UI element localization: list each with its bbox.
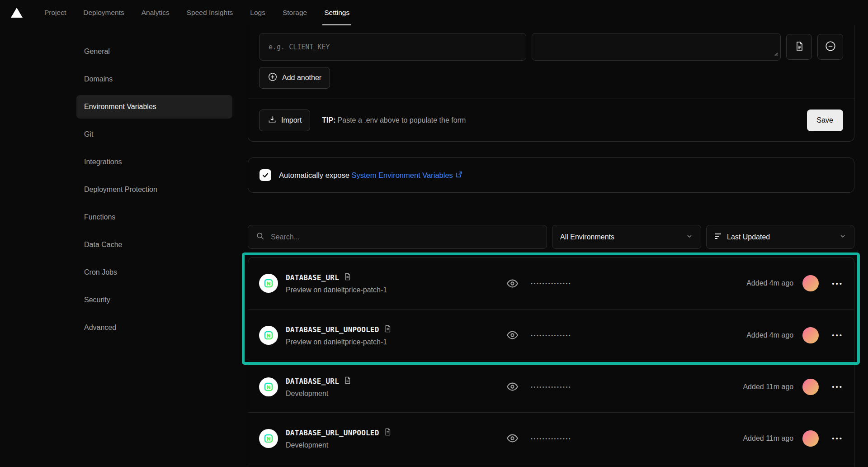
env-var-name: DATABASE_URL_UNPOOLED	[286, 325, 379, 334]
added-timestamp: Added 11m ago	[743, 383, 793, 391]
reveal-value-eye-icon[interactable]	[506, 329, 519, 342]
tip-label: TIP:	[322, 116, 335, 124]
import-download-icon	[268, 115, 277, 126]
nav-tab-logs[interactable]: Logs	[248, 0, 267, 25]
environment-filter-select[interactable]: All Environments	[552, 225, 701, 249]
user-avatar[interactable]	[802, 327, 819, 343]
masked-value: ••••••••••••••	[531, 333, 571, 338]
user-avatar[interactable]	[802, 379, 819, 395]
expose-label: Automatically expose System Environment …	[279, 171, 463, 180]
env-var-filters: All Environments Last Updated	[248, 225, 854, 249]
copy-note-icon[interactable]	[344, 376, 351, 386]
paste-env-button[interactable]	[786, 34, 812, 60]
neon-logo-icon	[259, 377, 278, 396]
env-var-name: DATABASE_URL_UNPOOLED	[286, 429, 379, 437]
sidebar-item-general[interactable]: General	[76, 40, 232, 63]
sidebar-item-environment-variables[interactable]: Environment Variables	[76, 95, 232, 119]
row-menu-button[interactable]: •••	[832, 332, 843, 338]
row-menu-button[interactable]: •••	[832, 280, 843, 287]
neon-logo-icon	[259, 326, 278, 345]
add-another-button[interactable]: Add another	[259, 67, 330, 89]
table-row[interactable]: DATABASE_URL Preview on danieltprice-pat…	[248, 257, 854, 309]
nav-tab-speed-insights[interactable]: Speed Insights	[185, 0, 235, 25]
external-link-icon	[455, 171, 463, 180]
environment-filter-value: All Environments	[560, 233, 614, 241]
copy-note-icon[interactable]	[384, 324, 392, 335]
row-text: DATABASE_URL Preview on danieltprice-pat…	[286, 272, 387, 294]
table-row[interactable]: DATABASE_URL Development ••••••••••••••	[248, 361, 854, 412]
env-key-input[interactable]	[259, 33, 526, 61]
row-menu-button[interactable]: •••	[832, 435, 843, 442]
user-avatar[interactable]	[802, 430, 819, 447]
sort-lines-icon	[714, 233, 722, 242]
neon-logo-icon	[259, 429, 278, 448]
row-menu-button[interactable]: •••	[832, 383, 843, 390]
chevron-down-icon	[686, 233, 693, 242]
minus-circle-icon	[825, 40, 836, 54]
nav-tab-deployments[interactable]: Deployments	[81, 0, 126, 25]
tip-text: TIP:Paste a .env above to populate the f…	[322, 116, 466, 124]
reveal-value-eye-icon[interactable]	[506, 432, 519, 445]
sidebar-item-cron-jobs[interactable]: Cron Jobs	[76, 261, 232, 284]
row-text: DATABASE_URL_UNPOOLED Development	[286, 428, 392, 449]
system-env-variables-link[interactable]: System Environment Variables	[352, 171, 463, 180]
sidebar-item-functions[interactable]: Functions	[76, 205, 232, 229]
settings-sidebar: General Domains Environment Variables Gi…	[0, 25, 238, 467]
nav-tab-settings[interactable]: Settings	[322, 0, 351, 25]
sidebar-item-deployment-protection[interactable]: Deployment Protection	[76, 178, 232, 201]
env-var-environment: Preview on danieltprice-patch-1	[286, 286, 387, 294]
row-text: DATABASE_URL Development	[286, 376, 351, 398]
table-row[interactable]: DATABASE_URL_UNPOOLED Preview on danielt…	[248, 309, 854, 361]
added-timestamp: Added 4m ago	[746, 331, 793, 339]
env-var-table-wrap: DATABASE_URL Preview on danieltprice-pat…	[248, 257, 854, 467]
form-footer: Import TIP:Paste a .env above to populat…	[248, 99, 854, 141]
chevron-down-icon	[839, 233, 846, 242]
search-input[interactable]	[271, 233, 539, 241]
copy-note-icon[interactable]	[384, 428, 392, 438]
sidebar-item-integrations[interactable]: Integrations	[76, 150, 232, 174]
sort-value: Last Updated	[727, 233, 770, 241]
env-var-environment: Development	[286, 441, 392, 449]
sidebar-item-data-cache[interactable]: Data Cache	[76, 233, 232, 257]
masked-value: ••••••••••••••	[531, 436, 571, 441]
added-timestamp: Added 11m ago	[743, 434, 793, 443]
import-label: Import	[281, 116, 302, 124]
table-row[interactable]: DATABASE_URL_UNPOOLED Development ••••••…	[248, 412, 854, 464]
sidebar-item-security[interactable]: Security	[76, 288, 232, 312]
reveal-value-eye-icon[interactable]	[506, 277, 519, 290]
user-avatar[interactable]	[802, 275, 819, 291]
top-nav: Project Deployments Analytics Speed Insi…	[0, 0, 868, 25]
save-button[interactable]: Save	[807, 110, 843, 131]
nav-tab-project[interactable]: Project	[42, 0, 68, 25]
document-icon	[794, 41, 805, 53]
reveal-value-eye-icon[interactable]	[506, 380, 519, 393]
masked-value: ••••••••••••••	[531, 384, 571, 390]
sidebar-item-domains[interactable]: Domains	[76, 67, 232, 91]
sidebar-item-advanced[interactable]: Advanced	[76, 316, 232, 339]
environment-variables-panel: Add another Import TIP:Paste a .env abov…	[248, 25, 854, 467]
sidebar-item-git[interactable]: Git	[76, 123, 232, 146]
neon-logo-icon	[259, 274, 278, 293]
row-text: DATABASE_URL_UNPOOLED Preview on danielt…	[286, 324, 392, 346]
plus-circle-icon	[268, 72, 278, 84]
nav-tab-storage[interactable]: Storage	[281, 0, 309, 25]
add-another-label: Add another	[282, 74, 321, 82]
search-icon	[256, 232, 264, 242]
sort-select[interactable]: Last Updated	[706, 225, 854, 249]
added-timestamp: Added 4m ago	[746, 279, 793, 287]
create-env-var-card: Add another Import TIP:Paste a .env abov…	[248, 25, 854, 142]
import-button[interactable]: Import	[259, 110, 310, 131]
vercel-logo-icon[interactable]	[11, 0, 23, 25]
env-value-input[interactable]	[532, 33, 781, 61]
system-env-expose-card: Automatically expose System Environment …	[248, 157, 854, 193]
env-var-name: DATABASE_URL	[286, 377, 339, 386]
nav-tab-analytics[interactable]: Analytics	[140, 0, 171, 25]
resize-grip-icon[interactable]	[773, 50, 778, 58]
expose-checkbox[interactable]	[259, 169, 271, 181]
search-box[interactable]	[248, 225, 547, 249]
remove-row-button[interactable]	[817, 34, 843, 60]
env-var-name: DATABASE_URL	[286, 273, 339, 282]
table-row-partial	[248, 464, 854, 467]
env-var-environment: Preview on danieltprice-patch-1	[286, 338, 392, 346]
copy-note-icon[interactable]	[344, 272, 351, 283]
